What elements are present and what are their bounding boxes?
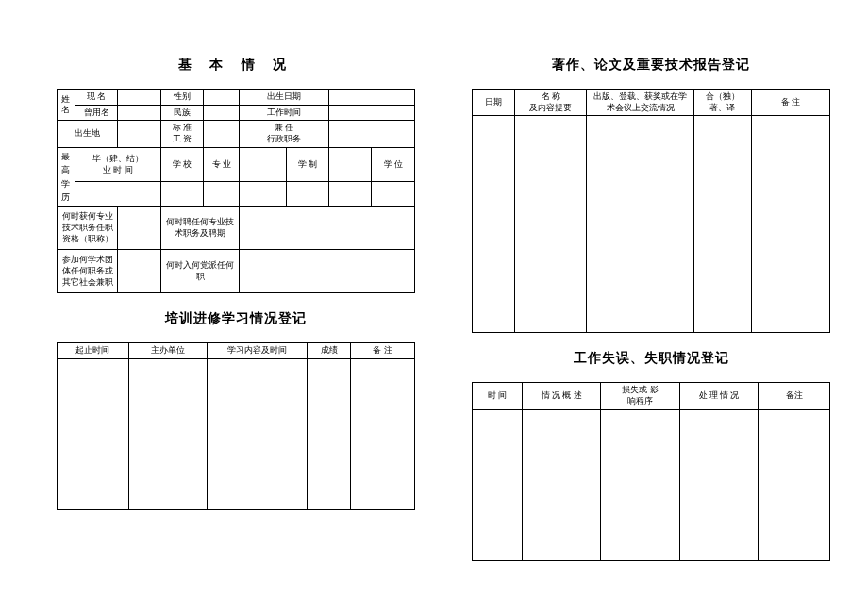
name-label: 姓名 [58, 90, 75, 121]
degree-label: 学 位 [372, 147, 415, 182]
ethnicity-value [204, 105, 240, 121]
work-date-label: 工作时间 [240, 105, 329, 121]
works-col-remark: 备 注 [751, 90, 829, 116]
current-name-label: 现 名 [75, 90, 117, 106]
basic-info-table: 姓名 现 名 性别 出生日期 曾用名 民族 工作时间 出生地 标 准 工 资 [57, 89, 415, 293]
works-body-2 [515, 116, 587, 333]
hire-when-label: 何时聘任何专业技术职务及聘期 [160, 207, 239, 250]
fault-body-2 [523, 409, 601, 560]
assoc-when-label: 参加何学术团体任何职务或其它社会兼职 [58, 250, 118, 293]
works-col-author: 合（独） 著、译 [693, 90, 751, 116]
page: 基 本 情 况 姓名 现 名 性别 出生日期 曾用名 民族 工 [0, 0, 868, 614]
works-col-date: 日期 [473, 90, 515, 116]
training-body-5 [350, 359, 414, 510]
birth-place-label: 出生地 [58, 121, 118, 147]
works-col-name: 名 称 及内容提要 [515, 90, 587, 116]
training-body-3 [208, 359, 308, 510]
fault-body-4 [679, 409, 758, 560]
works-title: 著作、论文及重要技术报告登记 [472, 57, 830, 74]
birth-date-label: 出生日期 [240, 90, 329, 106]
training-title: 培训进修学习情况登记 [57, 310, 415, 327]
works-body-4 [693, 116, 751, 333]
training-col-time: 起止时间 [58, 343, 129, 359]
party-when-value [240, 250, 415, 293]
school-value [160, 182, 203, 207]
training-col-host: 主办单位 [128, 343, 207, 359]
work-date-value [328, 105, 414, 121]
training-col-content: 学习内容及时间 [208, 343, 308, 359]
works-col-pub: 出版、登载、获奖或在学术会议上交流情况 [587, 90, 694, 116]
std-wage-value [204, 121, 240, 147]
degree-value [372, 182, 415, 207]
hire-when-value [240, 207, 415, 250]
grad-end-value [75, 182, 160, 207]
left-column: 基 本 情 况 姓名 现 名 性别 出生日期 曾用名 民族 工 [57, 57, 415, 595]
gender-value [204, 90, 240, 106]
schooling-value2 [286, 182, 328, 207]
basic-info-title: 基 本 情 况 [57, 57, 415, 74]
fault-body-1 [473, 409, 523, 560]
training-body-4 [308, 359, 350, 510]
fault-table: 时 间 情 况 概 述 损失或 影 响程序 处 理 情 况 备注 [472, 382, 830, 560]
highest-edu-label: 最高学历 [58, 147, 75, 207]
grad-end-label: 毕（肄、结） 业 时 间 [75, 147, 160, 182]
training-col-remark: 备 注 [350, 343, 414, 359]
works-body-3 [587, 116, 694, 333]
birth-place-value [118, 121, 160, 147]
fault-body-5 [759, 409, 830, 560]
schooling-value [328, 147, 371, 182]
training-body-2 [128, 359, 207, 510]
major-label: 专 业 [204, 147, 240, 182]
concurrent-label: 兼 任 行政职务 [240, 121, 329, 147]
fault-title: 工作失误、失职情况登记 [472, 350, 830, 367]
fault-col-desc: 情 况 概 述 [523, 383, 601, 409]
concurrent-value [328, 121, 414, 147]
works-table: 日期 名 称 及内容提要 出版、登载、获奖或在学术会议上交流情况 合（独） 著、… [472, 89, 830, 333]
assoc-when-value [118, 250, 160, 293]
qual-when-value [118, 207, 160, 250]
major-value [240, 147, 286, 182]
current-name-value [118, 90, 160, 106]
major-value2 [204, 182, 240, 207]
ethnicity-label: 民族 [160, 105, 203, 121]
cell-b [328, 182, 371, 207]
std-wage-label: 标 准 工 资 [160, 121, 203, 147]
former-name-value [118, 105, 160, 121]
party-when-label: 何时入何党派任何职 [160, 250, 239, 293]
birth-date-value [328, 90, 414, 106]
training-table: 起止时间 主办单位 学习内容及时间 成绩 备 注 [57, 342, 415, 510]
fault-col-remark: 备注 [759, 383, 830, 409]
works-body-5 [751, 116, 829, 333]
gender-label: 性别 [160, 90, 203, 106]
works-body-1 [473, 116, 515, 333]
qual-when-label: 何时获何专业技术职务任职资格（职称） [58, 207, 118, 250]
fault-col-handle: 处 理 情 况 [679, 383, 758, 409]
fault-col-time: 时 间 [473, 383, 523, 409]
fault-body-3 [601, 409, 679, 560]
school-label: 学 校 [160, 147, 203, 182]
training-col-score: 成绩 [308, 343, 350, 359]
former-name-label: 曾用名 [75, 105, 117, 121]
cell-a [240, 182, 286, 207]
schooling-label: 学 制 [286, 147, 328, 182]
training-body-1 [58, 359, 129, 510]
fault-col-loss: 损失或 影 响程序 [601, 383, 679, 409]
right-column: 著作、论文及重要技术报告登记 日期 名 称 及内容提要 出版、登载、获奖或在学术… [472, 57, 830, 595]
